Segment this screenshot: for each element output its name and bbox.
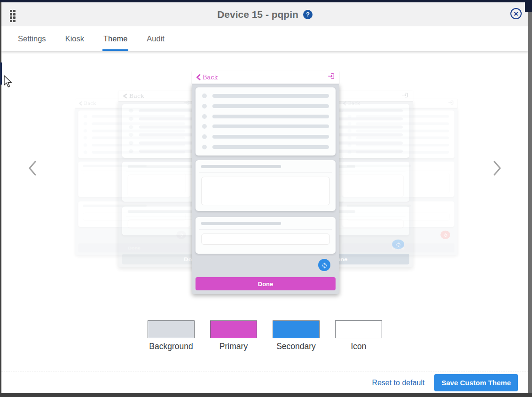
theme-tab-content: Back: [1, 51, 528, 372]
preview-textarea-card: [196, 160, 336, 211]
swatch-label: Primary: [219, 342, 248, 351]
chevron-left-icon: [78, 101, 82, 105]
divider: [199, 172, 332, 173]
skeleton-dot: [84, 143, 87, 147]
theme-color-swatches: Background Primary Secondary Icon: [1, 320, 528, 351]
skeleton-bar: [212, 125, 329, 128]
screen-edge-right-top: [525, 0, 532, 12]
theme-preset-preview-center[interactable]: Back: [192, 70, 339, 261]
color-swatch-background[interactable]: [148, 320, 195, 338]
preview-refresh-row: [196, 254, 336, 271]
skeleton-dot: [129, 117, 133, 121]
swatch-label: Secondary: [276, 342, 316, 351]
screen-edge-right: [528, 2, 532, 397]
chevron-left-icon: [123, 93, 127, 98]
skeleton-bar: [212, 115, 329, 118]
carousel-prev-chevron-icon[interactable]: [22, 156, 43, 180]
preview-textarea: [201, 177, 330, 205]
preview-frame: Back: [192, 70, 339, 261]
color-swatch-secondary[interactable]: [273, 320, 320, 338]
skeleton-dot: [84, 122, 87, 125]
skeleton-bar: [212, 104, 329, 108]
sign-in-icon: [448, 100, 454, 107]
color-swatch-icon[interactable]: [335, 320, 382, 338]
swatch-group: Background: [148, 320, 195, 351]
skeleton-dot: [84, 129, 87, 132]
tab-settings[interactable]: Settings: [17, 26, 47, 51]
tab-audit[interactable]: Audit: [146, 26, 165, 51]
page-title: Device 15 - pqpin: [217, 9, 298, 20]
preview-input: [201, 234, 330, 245]
skeleton-dot: [129, 125, 133, 129]
tab-kiosk[interactable]: Kiosk: [64, 26, 85, 51]
skeleton-dot: [84, 151, 87, 154]
skeleton-dot: [202, 134, 207, 139]
skeleton-dot: [129, 149, 133, 153]
screen-edge-bottom: [0, 393, 532, 397]
swatch-group: Primary: [210, 320, 257, 351]
skeleton-dot: [84, 136, 87, 140]
back-button: Back: [196, 74, 218, 81]
skeleton-dot: [202, 104, 207, 109]
swatch-group: Secondary: [273, 320, 320, 351]
skeleton-row: [202, 114, 329, 119]
skeleton-bar: [212, 94, 329, 98]
preview-input-card: [196, 217, 336, 254]
skeleton-row: [202, 93, 329, 98]
swatch-label: Background: [149, 342, 193, 351]
skeleton-label: [201, 165, 281, 168]
sign-in-icon: [328, 72, 335, 82]
skeleton-bar: [212, 135, 329, 139]
title-help-icon[interactable]: ?: [303, 10, 313, 19]
close-icon[interactable]: ×: [510, 8, 522, 19]
screen-edge-left: [0, 2, 1, 397]
swatch-label: Icon: [351, 342, 366, 351]
mouse-cursor: [3, 75, 13, 88]
tab-bar: Settings Kiosk Theme Audit: [1, 26, 528, 51]
refresh-icon: [440, 231, 450, 239]
sign-in-icon: [401, 92, 409, 100]
done-button: Done: [196, 277, 336, 290]
skeleton-row: [202, 145, 329, 149]
skeleton-label: [201, 222, 281, 225]
screen-edge-top: [0, 0, 532, 2]
skeleton-dot: [129, 133, 133, 137]
preview-list-card: [196, 87, 336, 156]
refresh-icon: [392, 240, 404, 249]
skeleton-dot: [202, 145, 207, 149]
color-swatch-primary[interactable]: [210, 320, 257, 338]
refresh-icon: [318, 259, 330, 271]
skeleton-dot: [202, 93, 207, 98]
skeleton-dot: [129, 109, 133, 113]
skeleton-row: [202, 124, 329, 129]
modal-header: Device 15 - pqpin ? ×: [1, 2, 528, 26]
preview-header: Back: [192, 70, 339, 84]
divider: [199, 229, 332, 230]
tab-theme[interactable]: Theme: [102, 26, 128, 51]
skeleton-dot: [129, 141, 133, 145]
screen-edge-left-highlight: [0, 62, 2, 85]
back-button: Back: [78, 101, 96, 106]
skeleton-row: [202, 134, 329, 139]
skeleton-dot: [202, 124, 207, 129]
skeleton-row: [202, 104, 329, 109]
save-custom-theme-button[interactable]: Save Custom Theme: [434, 374, 518, 391]
swatch-group: Icon: [335, 320, 382, 351]
skeleton-dot: [202, 114, 207, 119]
theme-preview-carousel: Back: [1, 51, 528, 272]
carousel-next-chevron-icon[interactable]: [487, 156, 508, 180]
chevron-left-icon: [196, 74, 201, 80]
back-button: Back: [123, 93, 144, 99]
skeleton-dot: [84, 115, 87, 118]
preview-body: Done: [192, 84, 339, 294]
modal-title-row: Device 15 - pqpin ?: [1, 2, 528, 26]
reset-to-default-link[interactable]: Reset to default: [372, 379, 424, 387]
skeleton-bar: [212, 145, 329, 149]
modal-footer: Reset to default Save Custom Theme: [1, 372, 528, 393]
